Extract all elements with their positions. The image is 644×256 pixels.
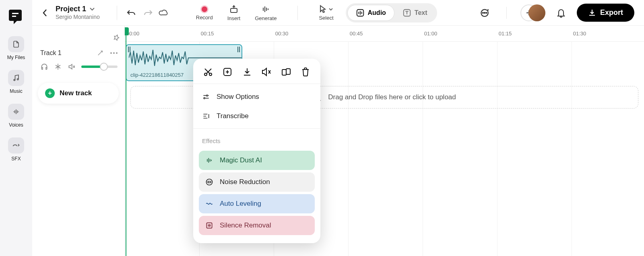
comments-button[interactable] xyxy=(476,4,493,21)
timeline[interactable]: 00:00 00:15 00:30 00:45 01:00 01:15 01:3… xyxy=(125,26,644,256)
clip-label: clip-422218611840257 xyxy=(130,72,184,78)
ctx-cut-button[interactable] xyxy=(202,66,214,78)
insert-icon xyxy=(229,4,239,14)
svg-point-9 xyxy=(486,12,487,13)
ctx-show-options[interactable]: Show Options xyxy=(193,87,320,106)
new-track-label: New track xyxy=(60,89,92,97)
project-title-dropdown[interactable]: Project 1 xyxy=(56,5,100,14)
record-button[interactable]: Record xyxy=(196,5,213,20)
headphones-button[interactable] xyxy=(40,63,48,71)
notifications-button[interactable] xyxy=(553,4,570,21)
svg-point-10 xyxy=(110,52,112,54)
ruler-tick: 01:15 xyxy=(499,31,512,37)
nav-label: Voices xyxy=(9,122,23,128)
transcribe-icon xyxy=(202,112,210,120)
clip-context-menu: Show Options Transcribe Effects Magic Du… xyxy=(193,59,320,243)
select-label: Select xyxy=(319,15,333,21)
track-1: Track 1 xyxy=(32,45,124,75)
ctx-mute-button[interactable] xyxy=(260,66,272,78)
insert-button[interactable]: Insert xyxy=(227,4,241,21)
svg-rect-17 xyxy=(286,69,290,74)
volume-thumb[interactable] xyxy=(100,63,108,71)
audio-mode-icon xyxy=(356,8,365,17)
record-label: Record xyxy=(196,14,213,20)
ctx-transcribe[interactable]: Transcribe xyxy=(193,106,320,126)
new-track-button[interactable]: + New track xyxy=(38,83,119,104)
export-button[interactable]: Export xyxy=(577,4,634,22)
sfx-icon xyxy=(8,137,24,154)
freeze-button[interactable] xyxy=(54,63,62,71)
effect-label: Noise Reduction xyxy=(220,178,270,186)
user-avatar[interactable] xyxy=(528,4,545,21)
mode-audio[interactable]: Audio xyxy=(347,5,394,21)
svg-point-3 xyxy=(17,79,19,80)
svg-rect-16 xyxy=(282,70,286,75)
ruler-tick: 01:30 xyxy=(573,31,586,37)
svg-point-11 xyxy=(113,52,115,54)
ctx-show-options-label: Show Options xyxy=(217,93,259,101)
mode-text-label: Text xyxy=(415,9,427,16)
effect-silence-removal[interactable]: Silence Removal xyxy=(199,216,315,235)
playhead[interactable] xyxy=(126,27,126,256)
project-owner: Sergio Montanino xyxy=(56,14,100,20)
project-title: Project 1 xyxy=(56,5,86,14)
generate-label: Generate xyxy=(255,15,277,21)
leveling-icon xyxy=(205,200,213,208)
top-right-controls: Export xyxy=(476,4,634,22)
svg-point-2 xyxy=(14,79,15,80)
collaborators[interactable] xyxy=(520,4,545,21)
effect-auto-leveling[interactable]: Auto Leveling xyxy=(199,194,315,213)
top-bar: Project 1 Sergio Montanino Record Insert… xyxy=(32,0,644,26)
ruler-tick: 00:15 xyxy=(201,31,214,37)
nav-voices[interactable]: Voices xyxy=(8,104,24,128)
track-more-button[interactable] xyxy=(110,49,118,57)
ctx-add-button[interactable] xyxy=(221,66,233,78)
effect-label: Auto Leveling xyxy=(220,200,261,208)
download-icon xyxy=(588,9,596,17)
undo-button[interactable] xyxy=(124,5,140,21)
text-mode-icon xyxy=(402,8,411,17)
timeline-ruler[interactable]: 00:00 00:15 00:30 00:45 01:00 01:15 01:3… xyxy=(125,26,644,42)
effect-noise-reduction[interactable]: Noise Reduction xyxy=(199,172,315,192)
nav-my-files[interactable]: My Files xyxy=(7,36,25,60)
ruler-tick: 00:45 xyxy=(350,31,363,37)
record-icon xyxy=(200,5,208,13)
ctx-duplicate-button[interactable] xyxy=(280,66,292,78)
svg-point-18 xyxy=(206,95,208,96)
divider xyxy=(506,7,507,19)
app-logo[interactable] xyxy=(6,7,26,27)
sparkle-icon xyxy=(205,156,213,164)
export-label: Export xyxy=(600,8,623,17)
ruler-tick: 00:30 xyxy=(275,31,289,37)
back-button[interactable] xyxy=(39,7,51,18)
nav-sfx[interactable]: SFX xyxy=(8,137,24,162)
mute-button[interactable] xyxy=(68,63,76,71)
nav-label: My Files xyxy=(7,55,25,60)
select-button[interactable]: Select xyxy=(319,5,333,21)
nav-music[interactable]: Music xyxy=(8,70,24,94)
svg-point-8 xyxy=(484,12,485,13)
volume-slider[interactable] xyxy=(81,66,118,68)
voices-icon xyxy=(8,104,24,120)
music-icon xyxy=(8,70,24,86)
workspace: Track 1 + New track 00:00 xyxy=(32,26,644,256)
divider xyxy=(297,6,298,20)
svg-point-12 xyxy=(116,52,118,54)
redo-button[interactable] xyxy=(140,5,156,21)
mode-audio-label: Audio xyxy=(368,9,386,16)
ctx-download-button[interactable] xyxy=(241,66,253,78)
sliders-icon xyxy=(202,93,210,101)
chevron-down-icon xyxy=(89,7,95,11)
pin-button[interactable] xyxy=(111,33,121,43)
dropzone-text: Drag and Drop files here or click to upl… xyxy=(328,93,456,101)
svg-point-7 xyxy=(483,12,483,13)
cloud-sync-button[interactable] xyxy=(156,5,172,21)
track-fx-button[interactable] xyxy=(96,49,104,57)
mode-text[interactable]: Text xyxy=(394,5,436,20)
ctx-delete-button[interactable] xyxy=(299,66,312,78)
effect-magic-dust[interactable]: Magic Dust AI xyxy=(199,151,315,170)
chevron-down-icon xyxy=(328,8,333,11)
noise-icon xyxy=(205,178,213,186)
files-icon xyxy=(8,36,24,52)
generate-button[interactable]: Generate xyxy=(255,4,277,21)
